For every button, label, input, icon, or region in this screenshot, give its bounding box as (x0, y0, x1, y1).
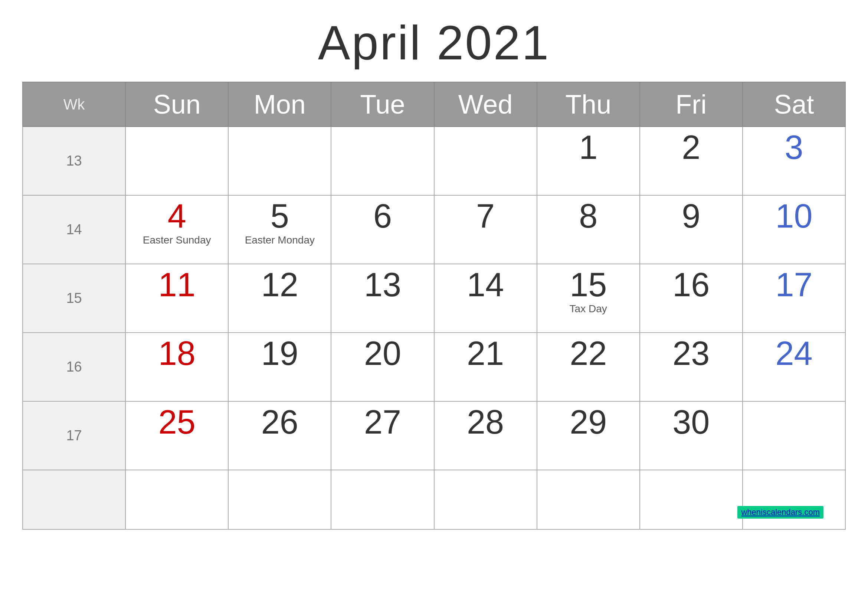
calendar-row (23, 470, 845, 529)
day-cell: 7 (434, 195, 537, 264)
header-wed: Wed (434, 82, 537, 127)
day-cell: 10 (742, 195, 845, 264)
day-cell (434, 127, 537, 195)
day-cell: 15Tax Day (537, 264, 640, 333)
day-cell (742, 470, 845, 529)
day-cell (742, 401, 845, 470)
day-cell (537, 470, 640, 529)
header-thu: Thu (537, 82, 640, 127)
calendar-row: 13123 (23, 127, 845, 195)
day-cell: 23 (640, 333, 742, 401)
week-number: 16 (23, 333, 126, 401)
day-cell: 30 (640, 401, 742, 470)
day-cell: 8 (537, 195, 640, 264)
day-cell: 20 (331, 333, 434, 401)
day-cell: 19 (228, 333, 331, 401)
day-cell: 21 (434, 333, 537, 401)
header-sat: Sat (742, 82, 845, 127)
header-row: Wk Sun Mon Tue Wed Thu Fri Sat (23, 82, 845, 127)
day-cell: 17 (742, 264, 845, 333)
day-cell: 3 (742, 127, 845, 195)
day-cell: 18 (126, 333, 228, 401)
day-cell: 28 (434, 401, 537, 470)
day-cell (640, 470, 742, 529)
day-cell: 27 (331, 401, 434, 470)
day-cell: 24 (742, 333, 845, 401)
day-cell: 4Easter Sunday (126, 195, 228, 264)
wk-header: Wk (23, 82, 126, 127)
week-number: 15 (23, 264, 126, 333)
day-cell: 26 (228, 401, 331, 470)
watermark[interactable]: wheniscalendars.com (737, 506, 823, 519)
day-cell: 14 (434, 264, 537, 333)
week-number (23, 470, 126, 529)
day-cell (228, 127, 331, 195)
header-tue: Tue (331, 82, 434, 127)
day-cell (434, 470, 537, 529)
day-cell: 11 (126, 264, 228, 333)
day-cell: 16 (640, 264, 742, 333)
day-cell (331, 127, 434, 195)
header-sun: Sun (126, 82, 228, 127)
calendar-wrapper: Wk Sun Mon Tue Wed Thu Fri Sat 13123144E… (22, 82, 846, 530)
day-cell: 9 (640, 195, 742, 264)
calendar-row: 17252627282930 (23, 401, 845, 470)
day-cell: 12 (228, 264, 331, 333)
day-cell: 5Easter Monday (228, 195, 331, 264)
calendar-body: 13123144Easter Sunday5Easter Monday67891… (23, 127, 845, 529)
day-cell (228, 470, 331, 529)
page-title: April 2021 (318, 15, 550, 71)
calendar-table: Wk Sun Mon Tue Wed Thu Fri Sat 13123144E… (22, 82, 846, 530)
week-number: 17 (23, 401, 126, 470)
day-cell: 25 (126, 401, 228, 470)
day-cell: 6 (331, 195, 434, 264)
day-cell (331, 470, 434, 529)
header-mon: Mon (228, 82, 331, 127)
day-cell: 1 (537, 127, 640, 195)
day-cell: 2 (640, 127, 742, 195)
day-cell: 13 (331, 264, 434, 333)
day-cell: 29 (537, 401, 640, 470)
week-number: 14 (23, 195, 126, 264)
calendar-row: 151112131415Tax Day1617 (23, 264, 845, 333)
header-fri: Fri (640, 82, 742, 127)
week-number: 13 (23, 127, 126, 195)
day-cell: 22 (537, 333, 640, 401)
calendar-header: Wk Sun Mon Tue Wed Thu Fri Sat (23, 82, 845, 127)
day-cell (126, 470, 228, 529)
calendar-row: 1618192021222324 (23, 333, 845, 401)
calendar-row: 144Easter Sunday5Easter Monday678910 (23, 195, 845, 264)
day-cell (126, 127, 228, 195)
